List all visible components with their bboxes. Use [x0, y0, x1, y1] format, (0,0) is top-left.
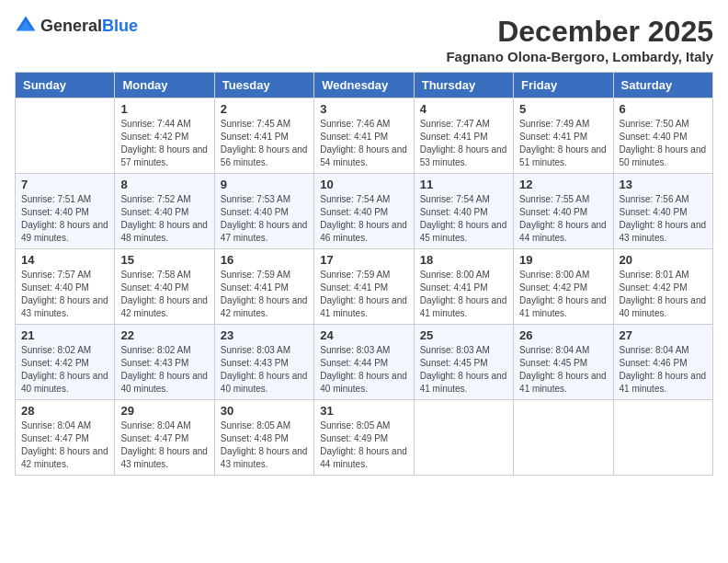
day-number: 29 [120, 404, 208, 418]
day-number: 3 [320, 102, 407, 116]
cell-info: Sunrise: 8:04 AMSunset: 4:46 PMDaylight:… [620, 344, 707, 396]
cell-info: Sunrise: 7:49 AMSunset: 4:41 PMDaylight:… [519, 118, 607, 169]
day-number: 21 [21, 328, 108, 342]
cell-info: Sunrise: 8:02 AMSunset: 4:43 PMDaylight:… [120, 344, 208, 396]
title-block: December 2025 Fagnano Olona-Bergoro, Lom… [446, 15, 713, 64]
calendar-cell [514, 400, 613, 476]
month-title: December 2025 [446, 15, 713, 49]
day-number: 10 [320, 178, 407, 191]
calendar-cell: 20Sunrise: 8:01 AMSunset: 4:42 PMDayligh… [613, 249, 712, 325]
location-title: Fagnano Olona-Bergoro, Lombardy, Italy [446, 49, 713, 64]
cell-info: Sunrise: 7:52 AMSunset: 4:40 PMDaylight:… [120, 193, 208, 245]
day-number: 7 [21, 178, 108, 191]
cell-info: Sunrise: 8:05 AMSunset: 4:49 PMDaylight:… [320, 419, 407, 471]
cell-info: Sunrise: 7:54 AMSunset: 4:40 PMDaylight:… [420, 193, 507, 245]
cell-info: Sunrise: 8:02 AMSunset: 4:42 PMDaylight:… [21, 344, 108, 396]
calendar-cell: 27Sunrise: 8:04 AMSunset: 4:46 PMDayligh… [613, 325, 712, 400]
calendar-cell: 13Sunrise: 7:56 AMSunset: 4:40 PMDayligh… [613, 174, 712, 249]
logo-icon [15, 15, 37, 37]
calendar-week-3: 14Sunrise: 7:57 AMSunset: 4:40 PMDayligh… [16, 249, 713, 325]
calendar-cell: 6Sunrise: 7:50 AMSunset: 4:40 PMDaylight… [613, 98, 712, 174]
calendar-cell: 23Sunrise: 8:03 AMSunset: 4:43 PMDayligh… [214, 325, 313, 400]
calendar-cell: 26Sunrise: 8:04 AMSunset: 4:45 PMDayligh… [514, 325, 613, 400]
day-number: 24 [320, 328, 407, 342]
page-header: GeneralBlue December 2025 Fagnano Olona-… [15, 15, 713, 64]
day-number: 28 [21, 404, 108, 418]
calendar-cell: 10Sunrise: 7:54 AMSunset: 4:40 PMDayligh… [314, 174, 414, 249]
day-number: 22 [120, 328, 208, 342]
calendar-cell [414, 400, 513, 476]
logo-general: General [40, 17, 102, 35]
day-number: 26 [519, 328, 607, 342]
day-number: 12 [519, 178, 607, 191]
day-number: 2 [221, 102, 308, 116]
calendar-cell: 11Sunrise: 7:54 AMSunset: 4:40 PMDayligh… [414, 174, 513, 249]
cell-info: Sunrise: 7:59 AMSunset: 4:41 PMDaylight:… [221, 269, 308, 320]
calendar-cell: 14Sunrise: 7:57 AMSunset: 4:40 PMDayligh… [16, 249, 115, 325]
day-number: 27 [620, 328, 707, 342]
cell-info: Sunrise: 8:03 AMSunset: 4:43 PMDaylight:… [221, 344, 308, 396]
day-number: 5 [519, 102, 607, 116]
cell-info: Sunrise: 7:55 AMSunset: 4:40 PMDaylight:… [519, 193, 607, 245]
cell-info: Sunrise: 8:00 AMSunset: 4:42 PMDaylight:… [519, 269, 607, 320]
calendar-week-1: 1Sunrise: 7:44 AMSunset: 4:42 PMDaylight… [16, 98, 713, 174]
calendar-cell: 9Sunrise: 7:53 AMSunset: 4:40 PMDaylight… [214, 174, 313, 249]
cell-info: Sunrise: 8:03 AMSunset: 4:45 PMDaylight:… [420, 344, 507, 396]
cell-info: Sunrise: 7:46 AMSunset: 4:41 PMDaylight:… [320, 118, 407, 169]
calendar-cell: 2Sunrise: 7:45 AMSunset: 4:41 PMDaylight… [214, 98, 313, 174]
calendar-cell: 16Sunrise: 7:59 AMSunset: 4:41 PMDayligh… [214, 249, 313, 325]
calendar-cell: 30Sunrise: 8:05 AMSunset: 4:48 PMDayligh… [214, 400, 313, 476]
cell-info: Sunrise: 8:03 AMSunset: 4:44 PMDaylight:… [320, 344, 407, 396]
day-number: 4 [420, 102, 507, 116]
calendar-cell: 1Sunrise: 7:44 AMSunset: 4:42 PMDaylight… [115, 98, 214, 174]
cell-info: Sunrise: 8:01 AMSunset: 4:42 PMDaylight:… [620, 269, 707, 320]
col-tuesday: Tuesday [214, 73, 313, 98]
calendar-cell: 21Sunrise: 8:02 AMSunset: 4:42 PMDayligh… [16, 325, 115, 400]
calendar-cell: 19Sunrise: 8:00 AMSunset: 4:42 PMDayligh… [514, 249, 613, 325]
col-wednesday: Wednesday [314, 73, 414, 98]
cell-info: Sunrise: 7:53 AMSunset: 4:40 PMDaylight:… [221, 193, 308, 245]
day-number: 19 [519, 253, 607, 267]
col-sunday: Sunday [16, 73, 115, 98]
calendar-header: Sunday Monday Tuesday Wednesday Thursday… [16, 73, 713, 98]
calendar-cell: 29Sunrise: 8:04 AMSunset: 4:47 PMDayligh… [115, 400, 214, 476]
cell-info: Sunrise: 7:54 AMSunset: 4:40 PMDaylight:… [320, 193, 407, 245]
cell-info: Sunrise: 7:50 AMSunset: 4:40 PMDaylight:… [620, 118, 707, 169]
day-number: 30 [221, 404, 308, 418]
day-number: 8 [120, 178, 208, 191]
cell-info: Sunrise: 7:57 AMSunset: 4:40 PMDaylight:… [21, 269, 108, 320]
col-thursday: Thursday [414, 73, 513, 98]
logo-blue: Blue [102, 17, 138, 35]
calendar-cell: 24Sunrise: 8:03 AMSunset: 4:44 PMDayligh… [314, 325, 414, 400]
cell-info: Sunrise: 8:05 AMSunset: 4:48 PMDaylight:… [221, 419, 308, 471]
calendar-week-2: 7Sunrise: 7:51 AMSunset: 4:40 PMDaylight… [16, 174, 713, 249]
day-number: 20 [620, 253, 707, 267]
day-number: 31 [320, 404, 407, 418]
calendar-cell: 18Sunrise: 8:00 AMSunset: 4:41 PMDayligh… [414, 249, 513, 325]
day-number: 17 [320, 253, 407, 267]
day-number: 13 [620, 178, 707, 191]
cell-info: Sunrise: 7:59 AMSunset: 4:41 PMDaylight:… [320, 269, 407, 320]
calendar-cell: 8Sunrise: 7:52 AMSunset: 4:40 PMDaylight… [115, 174, 214, 249]
cell-info: Sunrise: 7:44 AMSunset: 4:42 PMDaylight:… [120, 118, 208, 169]
calendar-body: 1Sunrise: 7:44 AMSunset: 4:42 PMDaylight… [16, 98, 713, 476]
cell-info: Sunrise: 7:58 AMSunset: 4:40 PMDaylight:… [120, 269, 208, 320]
calendar-cell: 4Sunrise: 7:47 AMSunset: 4:41 PMDaylight… [414, 98, 513, 174]
day-number: 14 [21, 253, 108, 267]
calendar-cell: 5Sunrise: 7:49 AMSunset: 4:41 PMDaylight… [514, 98, 613, 174]
calendar-week-4: 21Sunrise: 8:02 AMSunset: 4:42 PMDayligh… [16, 325, 713, 400]
calendar-cell: 17Sunrise: 7:59 AMSunset: 4:41 PMDayligh… [314, 249, 414, 325]
cell-info: Sunrise: 8:04 AMSunset: 4:47 PMDaylight:… [21, 419, 108, 471]
logo: GeneralBlue [15, 15, 138, 37]
day-number: 6 [620, 102, 707, 116]
calendar-cell: 15Sunrise: 7:58 AMSunset: 4:40 PMDayligh… [115, 249, 214, 325]
calendar-cell [16, 98, 115, 174]
col-monday: Monday [115, 73, 214, 98]
day-number: 9 [221, 178, 308, 191]
day-number: 16 [221, 253, 308, 267]
day-number: 25 [420, 328, 507, 342]
calendar-cell: 12Sunrise: 7:55 AMSunset: 4:40 PMDayligh… [514, 174, 613, 249]
day-number: 23 [221, 328, 308, 342]
cell-info: Sunrise: 7:51 AMSunset: 4:40 PMDaylight:… [21, 193, 108, 245]
logo-text: GeneralBlue [40, 17, 138, 36]
